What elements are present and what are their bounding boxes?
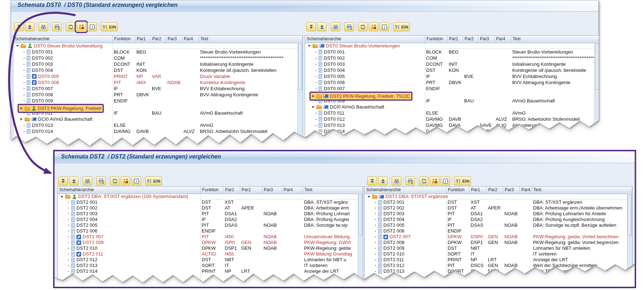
tree-node-body[interactable]: ·DST2 007: [67, 234, 104, 240]
tree-cell[interactable]: ·DST2 005: [58, 222, 201, 228]
scrollbar-thumb[interactable]: [298, 43, 302, 90]
text-toggle-button[interactable]: TEIN: [454, 176, 471, 185]
tree-cell[interactable]: ·DST2 014: [58, 268, 201, 274]
column-header-par4[interactable]: Par4: [520, 187, 532, 194]
tree-cell[interactable]: ·DST0 001: [13, 49, 113, 55]
tree-cell[interactable]: ·DST2 010: [365, 251, 447, 257]
tree-cell[interactable]: ·DST2 012: [58, 257, 201, 263]
tree-cell[interactable]: ·DST2 008: [365, 240, 447, 245]
expand-icon[interactable]: [20, 107, 23, 110]
column-header-text[interactable]: Text: [511, 36, 599, 43]
scrollbar-thumb[interactable]: [628, 194, 632, 236]
collapse-icon[interactable]: [16, 44, 19, 47]
tree-cell[interactable]: DST2 DBA: ST/XST ergänzen (100-Systemman…: [58, 194, 201, 200]
refresh-button[interactable]: [419, 176, 429, 185]
tree-node-body[interactable]: ·DST2 012: [374, 263, 405, 268]
tree-node-body[interactable]: ·DST0 006: [314, 79, 346, 86]
tree-node-body[interactable]: ·DST0 009: [23, 98, 54, 104]
tree-cell[interactable]: ·DST2 012: [365, 263, 447, 268]
tree-node-body[interactable]: ·DST2 003: [374, 211, 405, 217]
tree-node-body[interactable]: DST0 Steuer Brutto-Vorbereitungen: [307, 43, 401, 49]
tree-node-body[interactable]: DCI0 AVmG Bauwirtschaft: [311, 104, 385, 110]
previous-difference-button[interactable]: [378, 176, 388, 185]
tree-cell[interactable]: ·DST0 007: [305, 86, 425, 92]
find-button[interactable]: [392, 176, 401, 185]
tree-node-body[interactable]: ·DST0 008: [23, 92, 54, 98]
expand-icon[interactable]: [312, 105, 315, 109]
vertical-scrollbar[interactable]: [358, 194, 363, 287]
tree-node-body[interactable]: ·DST2 013: [67, 263, 98, 268]
tree-cell[interactable]: ·DST2 013: [365, 268, 447, 274]
column-header-schemahierarchie[interactable]: Schemahierarchie: [58, 187, 201, 194]
tree-node-body[interactable]: ·DST2 004: [67, 217, 98, 222]
tree-cell[interactable]: ·DST0 004: [305, 67, 425, 73]
tree-node-body[interactable]: ·DST2 012: [67, 257, 98, 263]
vertical-scrollbar[interactable]: [627, 194, 632, 287]
tree-node-body[interactable]: DST2 PKW-Regelung, Freibetr. T512C: [311, 93, 411, 100]
tree-node-body[interactable]: ·DST0 004: [23, 67, 54, 73]
tree-node-body[interactable]: ·DST0 013: [314, 122, 346, 128]
column-header-par1[interactable]: Par1: [224, 187, 240, 194]
tree-node-body[interactable]: ·DST0 007: [314, 86, 346, 92]
tree-node-body[interactable]: DST2 PKW-Regelung, Freibetr: [19, 105, 103, 112]
expand-icon[interactable]: [20, 118, 23, 121]
tree-node-body[interactable]: ·DST2 004: [374, 217, 405, 222]
tree-node-body[interactable]: DST0 Steuer Brutto-Vorbereitung: [15, 43, 103, 49]
tree-node-body[interactable]: ·DST2 009: [67, 240, 104, 245]
tree-cell[interactable]: ·DST0 014: [305, 128, 425, 134]
tree-cell[interactable]: ·DST0 006: [305, 79, 425, 86]
tree-cell[interactable]: ·DST0 003: [305, 61, 425, 67]
tree-node-body[interactable]: ·DST0 003: [23, 61, 54, 67]
tree-cell[interactable]: ·DST0 001: [305, 49, 425, 55]
tree-node-body[interactable]: ·DST2 013: [374, 268, 405, 274]
column-header-par3[interactable]: Par3: [479, 36, 495, 43]
previous-difference-button[interactable]: [69, 176, 79, 185]
tree-node-body[interactable]: ·DST0 001: [314, 49, 346, 55]
tree-cell[interactable]: ·DST2 009: [58, 240, 201, 245]
tree-cell[interactable]: ·DST2 006: [365, 228, 447, 234]
legend-button[interactable]: [430, 176, 439, 185]
tree-cell[interactable]: ·DST2 001: [58, 199, 201, 205]
column-header-par3[interactable]: Par3: [503, 187, 520, 194]
column-header-par2[interactable]: Par2: [463, 36, 479, 43]
column-header-par3[interactable]: Par3: [166, 36, 182, 43]
expand-icon[interactable]: [312, 95, 315, 98]
next-difference-button[interactable]: [58, 176, 68, 185]
find-button[interactable]: [38, 22, 48, 31]
tree-node-body[interactable]: ·DST2 011: [374, 257, 405, 263]
previous-difference-button[interactable]: [317, 22, 327, 31]
tree-cell[interactable]: ·DST0 002: [13, 55, 113, 61]
text-toggle-button[interactable]: TEIN: [145, 176, 162, 185]
tree-cell[interactable]: ·DST0 004: [13, 67, 113, 73]
tree-cell[interactable]: ·DST2 004: [365, 217, 447, 222]
scrollbar-thumb[interactable]: [595, 43, 599, 90]
column-header-schemahierarchie[interactable]: Schemahierarchie: [365, 187, 447, 194]
tree-node-body[interactable]: ·DST2 001: [374, 199, 405, 205]
tree-cell[interactable]: ·DST2 001: [365, 199, 447, 205]
find-button[interactable]: [331, 22, 340, 31]
tree-node-body[interactable]: ·DST2 003: [67, 211, 98, 217]
tree-node-body[interactable]: DST2 DBA: ST/XST ergänzen: [367, 194, 449, 199]
refresh-button[interactable]: [110, 176, 120, 185]
column-header-text[interactable]: Text: [303, 187, 363, 194]
tree-cell[interactable]: DST2 PKW-Regelung, Freibetr. T512C: [305, 92, 425, 101]
column-header-par4[interactable]: Par4: [182, 36, 199, 43]
tree-cell[interactable]: ·DST0 002: [305, 55, 425, 61]
tree-cell[interactable]: DCI0 AVmG Bauwirtschaft: [305, 104, 425, 110]
tree-cell[interactable]: ·DST0 011: [305, 110, 425, 116]
tree-node-body[interactable]: ·DST2 008: [374, 240, 405, 245]
tree-node-body[interactable]: ·DST2 007: [374, 234, 411, 240]
tree-cell[interactable]: ·DST0 013: [13, 122, 113, 128]
print-button[interactable]: [405, 176, 415, 185]
column-header-text[interactable]: Text: [199, 36, 303, 43]
refresh-button[interactable]: [66, 22, 75, 31]
column-header-par1[interactable]: Par1: [135, 36, 151, 43]
legend-button[interactable]: [76, 22, 86, 31]
tree-cell[interactable]: ·DST2 009: [365, 245, 447, 251]
tree-cell[interactable]: ·DST0 005: [13, 73, 113, 79]
column-header-par3[interactable]: Par3: [262, 187, 282, 194]
legend-button[interactable]: [369, 22, 378, 31]
tree-cell[interactable]: ·DST0 013: [305, 122, 425, 128]
tree-node-body[interactable]: ·DST0 001: [23, 49, 54, 55]
tree-cell[interactable]: ·DST0 014: [13, 128, 113, 134]
